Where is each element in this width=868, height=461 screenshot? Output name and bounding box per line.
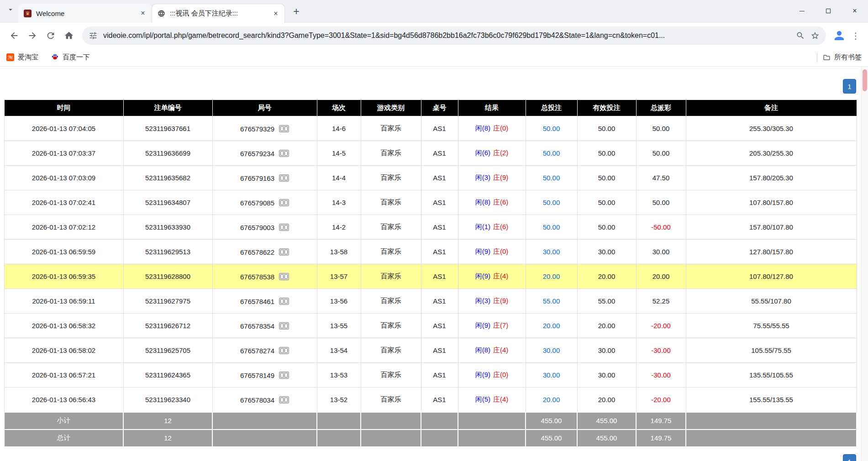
total-bet-link[interactable]: 50.00 bbox=[543, 174, 560, 182]
table-summary: 小计 12 455.00 455.00 149.75 总计 12 bbox=[4, 412, 857, 447]
total-bet-link[interactable]: 50.00 bbox=[543, 199, 560, 206]
bookmarks-separator bbox=[817, 52, 817, 63]
back-button[interactable] bbox=[5, 27, 23, 44]
tab-close-icon[interactable]: × bbox=[138, 8, 148, 18]
tab-strip: ♛ Welcome × :::视讯 会员下注纪录::: × + × bbox=[0, 0, 868, 23]
bookmark-taobao[interactable]: 淘 爱淘宝 bbox=[6, 53, 38, 62]
tab-bet-record[interactable]: :::视讯 会员下注纪录::: × bbox=[152, 4, 285, 23]
total-bet-link[interactable]: 50.00 bbox=[543, 125, 560, 132]
cell-total-bet: 20.00 bbox=[526, 388, 577, 412]
bookmark-star-icon[interactable] bbox=[810, 31, 820, 40]
cell-bet-id: 523119628800 bbox=[123, 264, 212, 289]
page-scrollbar[interactable] bbox=[861, 67, 868, 461]
total-bet-link[interactable]: 20.00 bbox=[543, 272, 560, 280]
cell-session: 14-6 bbox=[317, 116, 361, 141]
round-number: 676578034 bbox=[240, 396, 274, 404]
page-content: 1 时间 注单编号 局号 场次 游戏类别 桌号 结果 总投注 有效投注 总 bbox=[0, 67, 868, 461]
video-replay-icon[interactable] bbox=[279, 150, 289, 157]
cell-table-no: AS1 bbox=[421, 166, 458, 190]
total-bet-link[interactable]: 30.00 bbox=[543, 371, 560, 379]
video-replay-icon[interactable] bbox=[279, 224, 289, 231]
total-bet-link[interactable]: 30.00 bbox=[543, 248, 560, 256]
round-number: 676579329 bbox=[240, 125, 274, 133]
maximize-button[interactable] bbox=[815, 0, 842, 22]
video-replay-icon[interactable] bbox=[279, 298, 289, 305]
minimize-button[interactable] bbox=[789, 0, 815, 22]
cell-remark: 135.55/105.55 bbox=[686, 363, 857, 388]
cell-round: 676579085 bbox=[212, 190, 317, 215]
refresh-button[interactable] bbox=[42, 27, 59, 44]
cell-remark: 75.55/55.55 bbox=[686, 314, 857, 338]
cell-time: 2026-01-13 06:57:21 bbox=[4, 363, 123, 388]
browser-menu-button[interactable]: ⋮ bbox=[849, 27, 863, 44]
folder-icon bbox=[823, 53, 831, 61]
total-bet-link[interactable]: 30.00 bbox=[543, 346, 560, 354]
col-header-bet-id: 注单编号 bbox=[123, 100, 212, 116]
total-bet-link[interactable]: 20.00 bbox=[543, 396, 560, 403]
result-player: 闲(8) bbox=[475, 346, 490, 354]
cell-payout: 50.00 bbox=[636, 141, 686, 166]
cell-game-type: 百家乐 bbox=[361, 166, 421, 190]
round-number: 676578461 bbox=[240, 298, 274, 305]
bookmark-baidu[interactable]: 百度一下 bbox=[51, 53, 90, 62]
pagination-page-1-top[interactable]: 1 bbox=[843, 79, 856, 94]
cell-time: 2026-01-13 07:03:37 bbox=[4, 141, 123, 166]
tab-search-button[interactable] bbox=[4, 3, 17, 16]
all-bookmarks-button[interactable]: 所有书签 bbox=[823, 53, 862, 62]
cell-game-type: 百家乐 bbox=[361, 363, 421, 388]
cell-valid-bet: 20.00 bbox=[577, 264, 636, 289]
forward-button[interactable] bbox=[24, 27, 41, 44]
empty-cell bbox=[212, 430, 317, 447]
result-banker: 庄(4) bbox=[493, 395, 508, 403]
total-bet-link[interactable]: 55.00 bbox=[543, 297, 560, 305]
video-replay-icon[interactable] bbox=[279, 199, 289, 206]
cell-valid-bet: 30.00 bbox=[577, 363, 636, 388]
round-number: 676579234 bbox=[240, 150, 274, 157]
total-bet-link[interactable]: 20.00 bbox=[543, 322, 560, 330]
cell-valid-bet: 30.00 bbox=[577, 338, 636, 363]
cell-payout: 20.00 bbox=[636, 264, 686, 289]
site-settings-icon[interactable] bbox=[89, 31, 98, 40]
tab-close-icon[interactable]: × bbox=[271, 9, 281, 19]
table-row: 2026-01-13 06:56:43 523119623340 6765780… bbox=[4, 388, 857, 412]
video-replay-icon[interactable] bbox=[279, 248, 289, 256]
video-replay-icon[interactable] bbox=[279, 396, 289, 403]
cell-round: 676579234 bbox=[212, 141, 317, 166]
video-replay-icon[interactable] bbox=[279, 273, 289, 280]
scrollbar-thumb[interactable] bbox=[863, 69, 867, 91]
new-tab-button[interactable]: + bbox=[289, 4, 304, 19]
result-banker: 庄(4) bbox=[493, 346, 508, 354]
video-replay-icon[interactable] bbox=[279, 347, 289, 354]
close-button[interactable]: × bbox=[842, 0, 868, 22]
total-label: 总计 bbox=[4, 430, 123, 447]
result-player: 闲(8) bbox=[475, 198, 490, 206]
cell-payout: -30.00 bbox=[636, 338, 686, 363]
address-bar[interactable]: videoie.com/ipl/portal.php/game/betrecor… bbox=[82, 26, 826, 45]
cell-time: 2026-01-13 06:58:32 bbox=[4, 314, 123, 338]
video-replay-icon[interactable] bbox=[279, 125, 289, 132]
tab-title: Welcome bbox=[36, 10, 138, 17]
video-replay-icon[interactable] bbox=[279, 322, 289, 330]
home-button[interactable] bbox=[60, 27, 78, 44]
table-row: 2026-01-13 06:59:11 523119627975 6765784… bbox=[4, 289, 857, 314]
total-bet-link[interactable]: 50.00 bbox=[543, 149, 560, 157]
empty-cell bbox=[317, 412, 361, 430]
col-header-remark: 备注 bbox=[686, 100, 857, 116]
cell-remark: 127.80/157.80 bbox=[686, 240, 857, 264]
round-number: 676579085 bbox=[240, 199, 274, 207]
cell-round: 676578149 bbox=[212, 363, 317, 388]
cell-valid-bet: 30.00 bbox=[577, 240, 636, 264]
zoom-icon[interactable] bbox=[796, 31, 805, 40]
cell-session: 14-2 bbox=[317, 215, 361, 240]
total-valid-bet: 455.00 bbox=[577, 430, 636, 447]
video-replay-icon[interactable] bbox=[279, 372, 289, 379]
cell-result: 闲(6)庄(2) bbox=[458, 141, 526, 166]
cell-valid-bet: 50.00 bbox=[577, 215, 636, 240]
cell-table-no: AS1 bbox=[421, 314, 458, 338]
cell-game-type: 百家乐 bbox=[361, 338, 421, 363]
profile-button[interactable] bbox=[831, 27, 848, 44]
pagination-page-1-bottom[interactable]: 1 bbox=[843, 454, 856, 461]
tab-welcome[interactable]: ♛ Welcome × bbox=[18, 4, 152, 23]
total-bet-link[interactable]: 50.00 bbox=[543, 223, 560, 231]
video-replay-icon[interactable] bbox=[279, 174, 289, 182]
